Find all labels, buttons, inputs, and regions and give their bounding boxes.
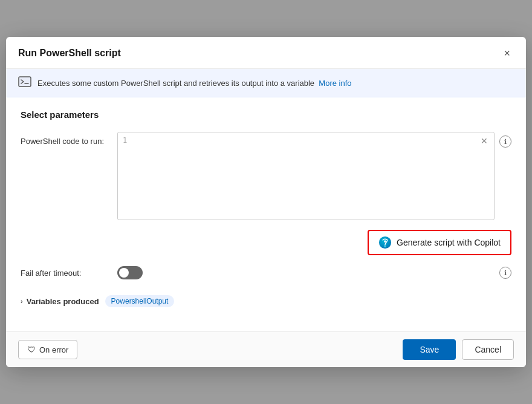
on-error-label: On error (39, 345, 68, 354)
variables-produced-row: › Variables produced PowershellOutput (21, 292, 511, 307)
fail-timeout-label: Fail after timeout: (21, 269, 110, 278)
variables-toggle[interactable]: › Variables produced (21, 297, 99, 306)
dialog-body: Select parameters PowerShell code to run… (6, 97, 526, 331)
copilot-button-row: Generate script with Copilot (21, 230, 511, 255)
shield-icon: 🛡 (27, 345, 36, 354)
banner-text: Executes some custom PowerShell script a… (37, 79, 352, 88)
fail-timeout-row: Fail after timeout: ℹ (21, 266, 511, 279)
powershell-code-input[interactable] (118, 132, 494, 217)
svg-point-3 (384, 240, 386, 243)
powershell-code-row: PowerShell code to run: 1 ✕ ℹ (21, 132, 511, 220)
timeout-info-icon[interactable]: ℹ (499, 267, 511, 279)
line-number: 1 (123, 136, 127, 145)
info-banner: Executes some custom PowerShell script a… (6, 69, 526, 97)
chevron-right-icon: › (21, 298, 23, 305)
save-button[interactable]: Save (403, 339, 456, 360)
copilot-icon (378, 236, 392, 249)
code-textarea-container: 1 ✕ (117, 132, 495, 220)
dialog-header: Run PowerShell script × (6, 37, 526, 69)
variables-label: Variables produced (27, 297, 99, 306)
cancel-button[interactable]: Cancel (462, 339, 514, 360)
terminal-icon (18, 76, 31, 90)
powershell-output-badge: PowershellOutput (105, 295, 175, 307)
generate-copilot-button[interactable]: Generate script with Copilot (368, 230, 511, 255)
dialog-title: Run PowerShell script (18, 48, 121, 59)
toggle-slider (117, 266, 143, 279)
svg-rect-0 (19, 77, 31, 86)
clear-button[interactable]: ✕ (478, 135, 490, 147)
timeout-toggle[interactable] (117, 266, 143, 279)
toggle-wrapper: ℹ (117, 266, 511, 279)
close-button[interactable]: × (500, 47, 514, 60)
footer-right: Save Cancel (403, 339, 514, 360)
dialog-footer: 🛡 On error Save Cancel (6, 331, 526, 367)
powershell-info-icon[interactable]: ℹ (499, 135, 511, 148)
copilot-button-label: Generate script with Copilot (397, 238, 501, 247)
run-powershell-dialog: Run PowerShell script × Executes some cu… (6, 37, 526, 367)
section-title: Select parameters (21, 109, 511, 120)
powershell-label: PowerShell code to run: (21, 132, 110, 146)
more-info-link[interactable]: More info (319, 79, 351, 88)
footer-left: 🛡 On error (18, 340, 77, 359)
powershell-control-wrapper: 1 ✕ ℹ (117, 132, 511, 220)
on-error-button[interactable]: 🛡 On error (18, 340, 77, 359)
dialog-overlay: Run PowerShell script × Executes some cu… (0, 0, 532, 404)
